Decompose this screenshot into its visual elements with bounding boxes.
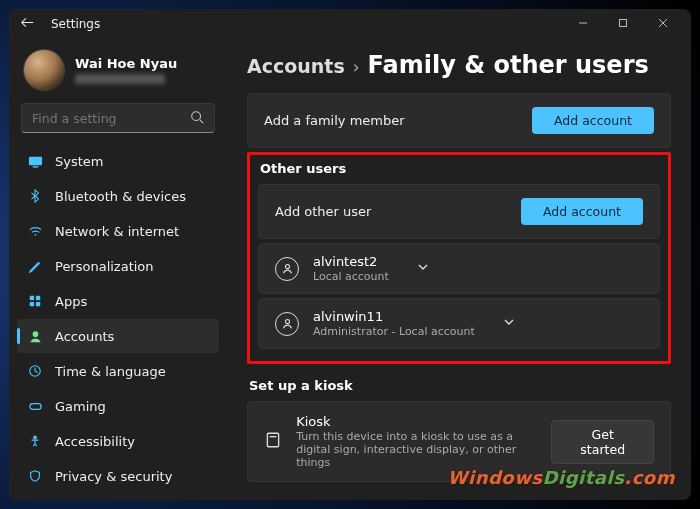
accounts-icon [27, 328, 43, 344]
page-title: Family & other users [368, 51, 649, 79]
privacy-icon [27, 468, 43, 484]
close-button[interactable] [643, 18, 683, 31]
svg-rect-6 [28, 156, 41, 164]
nav-label: Accessibility [55, 434, 135, 449]
svg-rect-18 [267, 433, 278, 447]
accessibility-icon [27, 433, 43, 449]
back-button[interactable] [17, 16, 37, 32]
search-icon [190, 110, 204, 127]
kiosk-title: Kiosk [296, 414, 523, 429]
system-icon [27, 153, 43, 169]
svg-rect-9 [36, 296, 40, 300]
nav-label: Privacy & security [55, 469, 172, 484]
person-icon [275, 312, 299, 336]
nav-time[interactable]: Time & language [17, 354, 219, 388]
kiosk-get-started-button[interactable]: Get started [551, 420, 654, 464]
personalization-icon [27, 258, 43, 274]
nav-label: Personalization [55, 259, 154, 274]
breadcrumb-sep: › [353, 57, 360, 77]
nav-label: System [55, 154, 103, 169]
chevron-down-icon[interactable] [503, 316, 515, 331]
profile-name: Wai Hoe Nyau [75, 56, 177, 71]
svg-point-16 [285, 264, 289, 268]
breadcrumb: Accounts › Family & other users [247, 51, 671, 79]
svg-rect-1 [620, 19, 627, 26]
add-family-button[interactable]: Add account [532, 107, 654, 134]
sidebar: Wai Hoe Nyau System Bluetooth & devices … [9, 39, 227, 500]
nav-privacy[interactable]: Privacy & security [17, 459, 219, 493]
nav-label: Network & internet [55, 224, 179, 239]
user-type: Administrator - Local account [313, 325, 475, 338]
add-other-user-row: Add other user Add account [258, 184, 660, 239]
svg-rect-7 [32, 166, 38, 167]
kiosk-row: Kiosk Turn this device into a kiosk to u… [247, 401, 671, 482]
profile[interactable]: Wai Hoe Nyau [15, 43, 221, 101]
svg-rect-10 [30, 302, 34, 306]
nav-update[interactable]: Windows Update [17, 494, 219, 500]
svg-line-5 [200, 119, 204, 123]
nav-label: Accounts [55, 329, 114, 344]
nav: System Bluetooth & devices Network & int… [15, 143, 221, 500]
profile-email-redacted [75, 74, 165, 84]
svg-point-17 [285, 319, 289, 323]
user-row[interactable]: alvintest2 Local account [258, 243, 660, 294]
svg-rect-11 [36, 302, 40, 306]
user-type: Local account [313, 270, 389, 283]
minimize-button[interactable] [563, 18, 603, 31]
nav-label: Apps [55, 294, 87, 309]
nav-accessibility[interactable]: Accessibility [17, 424, 219, 458]
user-name: alvinwin11 [313, 309, 475, 324]
other-users-title: Other users [260, 161, 660, 176]
svg-rect-8 [30, 296, 34, 300]
titlebar: Settings [9, 9, 691, 39]
svg-rect-14 [29, 403, 40, 409]
main-content: Accounts › Family & other users Add a fa… [227, 39, 691, 500]
kiosk-desc: Turn this device into a kiosk to use as … [296, 430, 523, 469]
breadcrumb-parent[interactable]: Accounts [247, 55, 345, 77]
maximize-button[interactable] [603, 18, 643, 31]
kiosk-section-title: Set up a kiosk [249, 378, 671, 393]
other-users-highlight: Other users Add other user Add account a… [247, 152, 671, 364]
bluetooth-icon [27, 188, 43, 204]
window-title: Settings [51, 17, 100, 31]
apps-icon [27, 293, 43, 309]
nav-bluetooth[interactable]: Bluetooth & devices [17, 179, 219, 213]
network-icon [27, 223, 43, 239]
add-family-row: Add a family member Add account [247, 93, 671, 148]
nav-label: Gaming [55, 399, 106, 414]
nav-network[interactable]: Network & internet [17, 214, 219, 248]
avatar [23, 49, 65, 91]
nav-gaming[interactable]: Gaming [17, 389, 219, 423]
time-icon [27, 363, 43, 379]
nav-label: Time & language [55, 364, 166, 379]
add-family-label: Add a family member [264, 113, 405, 128]
svg-point-4 [192, 111, 201, 120]
nav-label: Bluetooth & devices [55, 189, 186, 204]
search-input[interactable] [32, 111, 190, 126]
nav-personalization[interactable]: Personalization [17, 249, 219, 283]
svg-point-12 [32, 331, 38, 337]
person-icon [275, 257, 299, 281]
nav-system[interactable]: System [17, 144, 219, 178]
user-name: alvintest2 [313, 254, 389, 269]
nav-apps[interactable]: Apps [17, 284, 219, 318]
svg-point-15 [34, 436, 37, 439]
user-row[interactable]: alvinwin11 Administrator - Local account [258, 298, 660, 349]
search-box[interactable] [21, 103, 215, 133]
chevron-down-icon[interactable] [417, 261, 429, 276]
add-other-user-button[interactable]: Add account [521, 198, 643, 225]
gaming-icon [27, 398, 43, 414]
settings-window: Settings Wai Hoe Nyau System Bl [9, 9, 691, 500]
nav-accounts[interactable]: Accounts [17, 319, 219, 353]
kiosk-icon [264, 431, 282, 453]
add-other-user-label: Add other user [275, 204, 371, 219]
